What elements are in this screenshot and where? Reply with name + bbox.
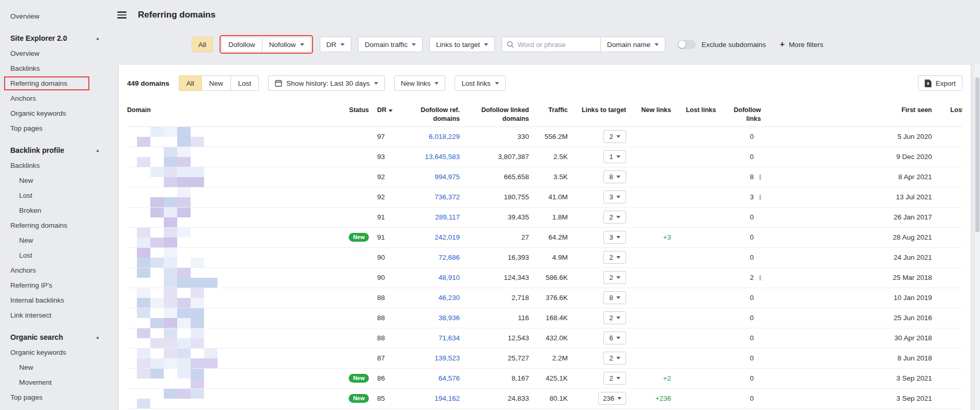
column-header-lost[interactable]: Lost [932,102,962,127]
collapse-arrow-icon[interactable]: ▲ [96,31,100,46]
sidebar-item-site-explorer-2-0[interactable]: Site Explorer 2.0▲ [0,31,111,46]
filter-dofollow-button[interactable]: Dofollow [221,37,262,52]
dofollow-ref-domains-link[interactable]: 46,230 [439,294,460,302]
sidebar-item-top-pages[interactable]: Top pages [0,390,111,405]
sidebar-item-movement[interactable]: Movement [0,375,111,390]
sidebar-item-broken[interactable]: Broken [0,203,111,218]
sidebar-item-referring-domains[interactable]: Referring domains [0,218,111,233]
dofollow-ref-domains-link[interactable]: 242,019 [434,233,460,241]
filter-nofollow-button[interactable]: Nofollow [262,37,312,52]
dofollow-linked-domains-cell: 8,167 [460,368,529,388]
exclude-subdomains-toggle[interactable] [677,40,696,49]
column-header-status[interactable]: Status [344,102,369,127]
lost-links-cell [671,227,716,247]
sidebar-item-internal-backlinks[interactable]: Internal backlinks [0,293,111,308]
more-filters-button[interactable]: + More filters [780,40,823,49]
links-to-target-value: 2 [609,314,613,322]
view-tab-lost[interactable]: Lost [230,75,259,91]
scrollbar-thumb[interactable] [975,77,979,232]
status-cell [344,187,369,207]
show-history-dropdown[interactable]: Show history: Last 30 days [268,75,384,91]
dofollow-ref-domains-link[interactable]: 72,686 [439,254,460,261]
new-links-value: +236 [656,395,671,402]
dofollow-ref-domains-link[interactable]: 64,576 [439,374,460,382]
sidebar-item-label: Link intersect [10,311,52,319]
filter-domain-traffic-button[interactable]: Domain traffic [358,37,423,52]
sidebar-item-organic-keywords[interactable]: Organic keywords [0,106,111,121]
vertical-scrollbar[interactable] [975,64,980,410]
dofollow-ref-domains-link[interactable]: 6,018,229 [429,133,460,140]
column-header-links-to-target[interactable]: Links to target [568,102,626,127]
sidebar-item-organic-keywords[interactable]: Organic keywords [0,345,111,360]
links-to-target-dropdown[interactable]: 3 [603,191,626,203]
links-to-target-dropdown[interactable]: 236 [598,392,626,405]
links-to-target-dropdown[interactable]: 2 [603,251,626,264]
column-header-domain[interactable]: Domain [127,102,344,127]
filter-links-to-target-button[interactable]: Links to target [429,37,495,52]
search-scope-dropdown[interactable]: Domain name [600,37,665,52]
column-header-lost-links[interactable]: Lost links [671,102,716,127]
search-input[interactable] [518,41,596,49]
sidebar-item-new[interactable]: New [0,173,111,188]
new-links-dropdown[interactable]: New links [394,75,446,91]
dr-cell: 88 [369,308,396,328]
chevron-down-icon [655,43,659,46]
collapse-arrow-icon[interactable]: ▲ [96,143,100,158]
sidebar-item-backlink-profile[interactable]: Backlink profile▲ [0,143,111,158]
sidebar-item-top-subfolders[interactable]: Top subfolders [0,405,111,410]
links-to-target-dropdown[interactable]: 2 [603,311,626,324]
sidebar-item-referring-domains[interactable]: Referring domains [0,76,111,91]
links-to-target-dropdown[interactable]: 8 [603,170,626,183]
sidebar-item-backlinks[interactable]: Backlinks [0,61,111,76]
sidebar-item-link-intersect[interactable]: Link intersect [0,308,111,323]
domain-cell [127,328,344,348]
sidebar-item-organic-search[interactable]: Organic search▲ [0,330,111,345]
links-to-target-dropdown[interactable]: 2 [603,372,626,385]
links-to-target-dropdown[interactable]: 6 [603,332,626,344]
sidebar-item-overview[interactable]: Overview [0,46,111,61]
view-tab-new[interactable]: New [201,75,231,91]
dofollow-ref-domains-link[interactable]: 38,936 [439,314,460,322]
sidebar-item-new[interactable]: New [0,360,111,375]
sidebar-item-lost[interactable]: Lost [0,188,111,203]
column-header-dofollow-ref[interactable]: Dofollow ref. domains [396,102,460,127]
dofollow-ref-domains-link[interactable]: 736,372 [434,193,460,201]
dofollow-ref-domains-link[interactable]: 194,162 [434,395,460,402]
links-to-target-dropdown[interactable]: 3 [603,231,626,244]
dofollow-ref-domains-link[interactable]: 71,634 [439,334,460,342]
dofollow-ref-domains-link[interactable]: 13,645,583 [425,153,460,161]
sidebar-item-top-pages[interactable]: Top pages [0,121,111,136]
column-header-dofollow-linked[interactable]: Dofollow linked domains [460,102,529,127]
column-header-first-seen[interactable]: First seen [761,102,932,127]
links-to-target-dropdown[interactable]: 8 [603,291,626,304]
column-header-dofollow-links[interactable]: Dofollow links [716,102,761,127]
links-to-target-dropdown[interactable]: 2 [603,352,626,365]
export-button[interactable]: Export [918,75,962,91]
collapse-arrow-icon[interactable]: ▲ [96,330,100,345]
view-tab-all[interactable]: All [179,75,202,91]
table-row: 9048,910124,343586.6K2225 Mar 2018 [127,267,962,288]
dofollow-ref-domains-link[interactable]: 994,975 [434,173,460,181]
new-status-badge: New [349,374,369,383]
sidebar-item-lost[interactable]: Lost [0,248,111,263]
sidebar-item-overview[interactable]: Overview [0,9,111,24]
dofollow-ref-domains-link[interactable]: 139,523 [434,354,460,362]
filter-all-button[interactable]: All [192,37,213,52]
sidebar-item-referring-ip-s[interactable]: Referring IP's [0,278,111,293]
links-to-target-dropdown[interactable]: 2 [603,271,626,284]
column-header-dr[interactable]: DR [369,102,396,127]
sidebar-item-backlinks[interactable]: Backlinks [0,158,111,173]
links-to-target-dropdown[interactable]: 2 [603,211,626,224]
lost-links-dropdown[interactable]: Lost links [455,75,505,91]
links-to-target-dropdown[interactable]: 2 [603,130,626,143]
dofollow-ref-domains-link[interactable]: 48,910 [439,274,460,281]
menu-icon[interactable] [117,11,127,19]
sidebar-item-anchors[interactable]: Anchors [0,263,111,278]
column-header-traffic[interactable]: Traffic [529,102,568,127]
sidebar-item-new[interactable]: New [0,233,111,248]
column-header-new-links[interactable]: New links [626,102,671,127]
dofollow-ref-domains-link[interactable]: 289,117 [435,213,460,221]
sidebar-item-anchors[interactable]: Anchors [0,91,111,106]
links-to-target-dropdown[interactable]: 1 [603,150,626,163]
filter-dr-button[interactable]: DR [320,37,352,52]
